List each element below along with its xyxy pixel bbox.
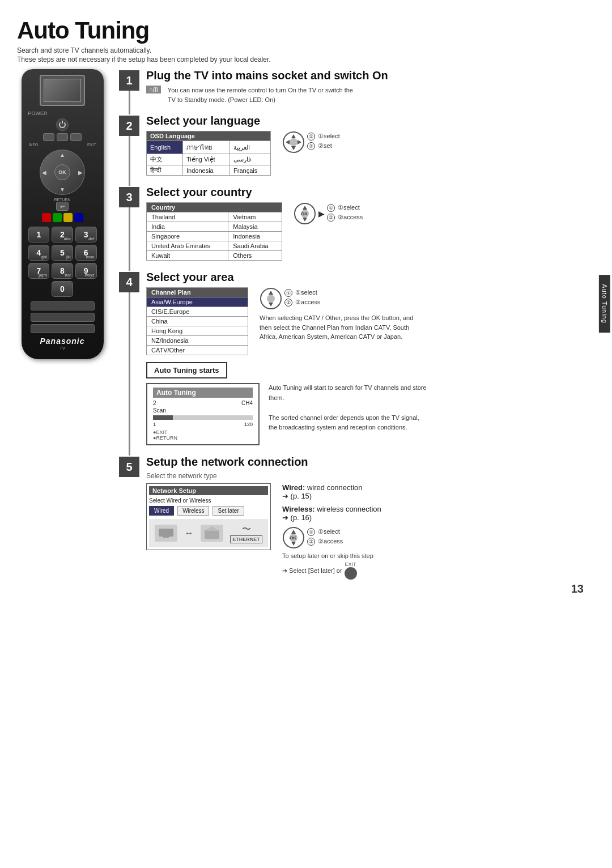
set-later-option[interactable]: Set later xyxy=(212,506,244,516)
red-button[interactable] xyxy=(42,213,51,222)
country-table-container: Country Thailand Vietnam India Malaysia xyxy=(146,202,282,261)
skip-label: ➔ Select [Set later] or xyxy=(282,567,342,575)
country-singapore: Singapore xyxy=(147,232,228,241)
select-set-labels: ① ①select ② ②set xyxy=(307,133,340,152)
network-arrow: ↔ xyxy=(185,528,194,538)
wireless-option[interactable]: Wireless xyxy=(177,506,209,516)
country-vietnam: Vietnam xyxy=(228,212,282,222)
svg-marker-18 xyxy=(205,526,219,531)
svg-marker-13 xyxy=(269,303,273,307)
svg-text:OK: OK xyxy=(301,211,308,216)
ch-label: CH4 xyxy=(241,400,253,406)
osd-table-header: OSD Language xyxy=(147,131,271,141)
progress-max: 120 xyxy=(244,422,253,427)
auto-tuning-desc2: The sorted channel order depends upon th… xyxy=(269,413,427,433)
num-7[interactable]: 7pqrs xyxy=(28,263,50,279)
dpad-up[interactable]: ▲ xyxy=(60,152,65,158)
ok-button[interactable]: OK xyxy=(54,164,70,180)
blue-button[interactable] xyxy=(74,213,83,222)
svg-text:OK: OK xyxy=(290,535,296,541)
country-table-header: Country xyxy=(147,203,282,212)
set-label-2: ② ②set xyxy=(307,142,340,150)
info-exit-bar: INFO EXIT xyxy=(26,143,99,147)
nav-circle-2 xyxy=(282,131,305,154)
select-access-labels-4: ① ①select ② ②access xyxy=(284,289,320,308)
wired-option[interactable]: Wired xyxy=(149,506,174,516)
extra-btn-3[interactable] xyxy=(31,324,95,333)
step-3-body: Country Thailand Vietnam India Malaysia xyxy=(146,202,589,261)
auto-tuning-starts-box: Auto Tuning starts xyxy=(146,362,227,378)
remote-btn-1[interactable] xyxy=(43,133,54,141)
exit-label-ref: EXIT xyxy=(345,561,356,567)
country-india: India xyxy=(147,222,228,232)
remote-btn-2[interactable] xyxy=(57,133,68,141)
extra-btn-1[interactable] xyxy=(31,301,95,310)
lang-english: English xyxy=(147,141,183,154)
scan-ch-number: 2 xyxy=(153,400,156,406)
step-4-content: Select your area Channel Plan Asia/W.Eur… xyxy=(146,271,589,445)
num-3[interactable]: 3def xyxy=(75,227,97,242)
num-2[interactable]: 2abc xyxy=(52,227,73,242)
step-3-content: Select your country Country Thailand Vie… xyxy=(146,186,589,261)
step-4-heading: Select your area xyxy=(146,271,589,284)
num-0[interactable]: 0 xyxy=(52,281,73,297)
color-buttons xyxy=(26,213,99,222)
dpad-down[interactable]: ▼ xyxy=(60,186,65,193)
exit-circle xyxy=(345,567,357,580)
lang-french: Français xyxy=(230,165,271,176)
country-uae: United Arab Emirates xyxy=(147,241,228,251)
return-button[interactable]: ↩ xyxy=(56,202,69,211)
step-5-content: Setup the network connection Select the … xyxy=(146,456,589,580)
step-5: 5 Setup the network connection Select th… xyxy=(119,456,589,580)
dpad-left[interactable]: ◀ xyxy=(42,169,46,176)
yellow-button[interactable] xyxy=(63,213,73,222)
scan-label: Scan xyxy=(153,407,166,414)
green-button[interactable] xyxy=(53,213,62,222)
svg-rect-15 xyxy=(159,529,173,537)
auto-tuning-ch-row: 2 CH4 xyxy=(153,400,253,406)
dpad-right[interactable]: ▶ xyxy=(78,169,83,176)
dpad[interactable]: ▲ ▼ ◀ ▶ OK xyxy=(40,150,85,195)
page-title: Auto Tuning xyxy=(17,17,589,44)
exit-control: ●EXIT xyxy=(153,429,253,435)
lang-hindi: हिन्दी xyxy=(147,165,183,176)
num-9[interactable]: 9wxyz xyxy=(75,263,97,279)
network-label: Select Wired or Wireless xyxy=(149,497,268,504)
num-6[interactable]: 6mno xyxy=(75,245,97,261)
country-table: Country Thailand Vietnam India Malaysia xyxy=(146,202,282,261)
step-2-content: Select your language OSD Language Englis… xyxy=(146,114,589,176)
country-indonesia: Indonesia xyxy=(228,232,282,241)
svg-marker-20 xyxy=(291,530,296,534)
power-icon xyxy=(59,121,66,128)
svg-marker-4 xyxy=(298,140,301,144)
steps-content: 1 Plug the TV into mains socket and swit… xyxy=(119,69,589,590)
num-1[interactable]: 1 xyxy=(28,227,50,242)
extra-btn-2[interactable] xyxy=(31,313,95,322)
wired-label: Wired: xyxy=(282,483,305,492)
num-4[interactable]: 4ghi xyxy=(28,245,50,261)
subtitle1: Search and store TV channels automatical… xyxy=(17,46,589,54)
wireless-label: Wireless: xyxy=(282,505,315,513)
step-2: 2 Select your language OSD Language Engl… xyxy=(119,114,589,176)
progress-current: 1 xyxy=(153,422,156,427)
select-access-labels-5: ① ①select ② ②access xyxy=(307,528,343,547)
lang-arabic: العربية xyxy=(230,141,271,154)
ethernet-cable: 〜 xyxy=(242,524,251,535)
auto-tuning-desc1: Auto Tuning will start to search for TV … xyxy=(269,383,427,403)
power-label: POWER xyxy=(26,110,99,116)
auto-tuning-description: Auto Tuning will start to search for TV … xyxy=(269,383,427,433)
channel-hongkong: Hong Kong xyxy=(147,326,248,336)
channel-table-header: Channel Plan xyxy=(147,288,248,297)
step-5-heading: Setup the network connection xyxy=(146,456,589,469)
power-button[interactable] xyxy=(56,118,69,131)
step-3-heading: Select your country xyxy=(146,186,589,199)
svg-rect-16 xyxy=(163,537,169,538)
remote-btn-3[interactable] xyxy=(70,133,82,141)
num-8[interactable]: 8tuv xyxy=(52,263,73,279)
step-3: 3 Select your country Country Thailand xyxy=(119,186,589,261)
nav-circle-4 xyxy=(260,287,282,310)
nav-arrows-3: OK ▶ ① ①select xyxy=(294,202,363,225)
svg-point-5 xyxy=(290,138,298,146)
select-access-labels-3: ① ①select ② ②access xyxy=(327,204,363,223)
num-5[interactable]: 5jkl xyxy=(52,245,73,261)
